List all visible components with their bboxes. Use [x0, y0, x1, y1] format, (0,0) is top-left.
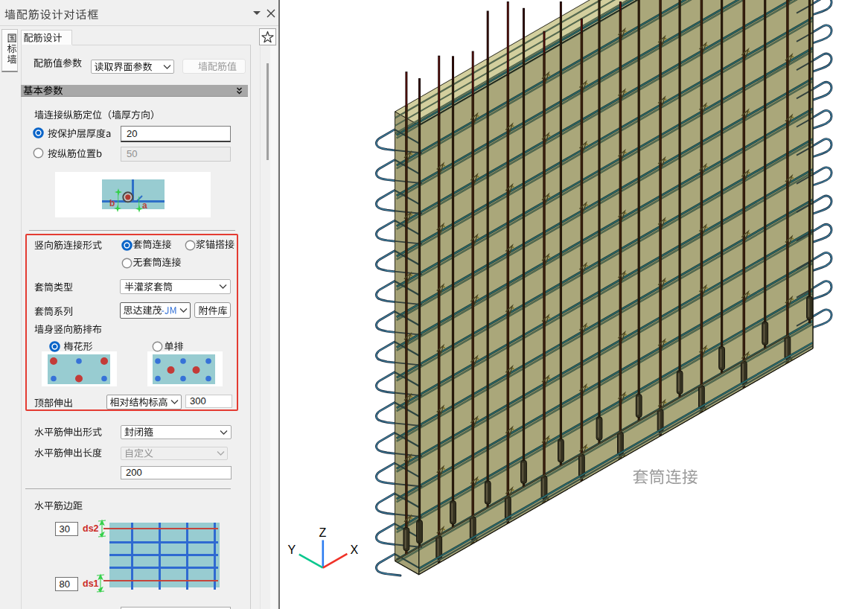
- svg-text:X: X: [351, 543, 359, 556]
- svg-text:Y: Y: [288, 543, 296, 556]
- svg-text:Z: Z: [319, 526, 327, 539]
